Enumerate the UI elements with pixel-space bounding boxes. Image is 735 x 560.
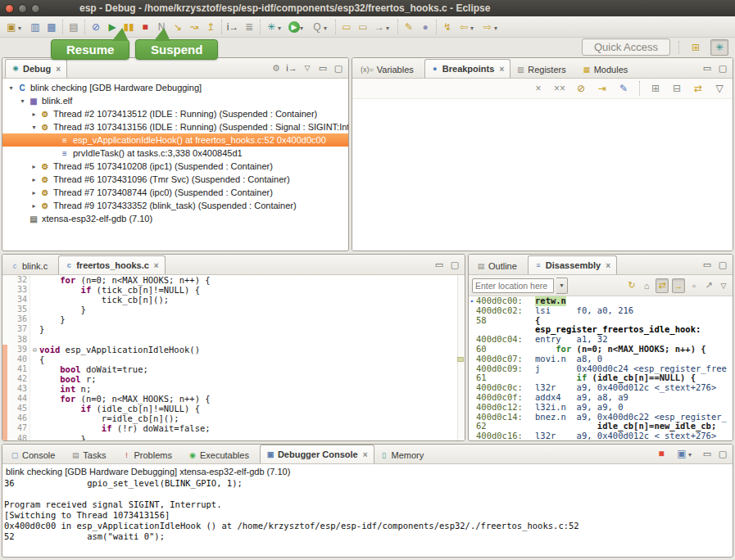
tab-blink-c[interactable]: cblink.c [5,257,58,274]
save-icon[interactable]: ▥ [27,19,43,35]
minimize-view-icon[interactable]: ▭ [701,447,713,460]
editor-code-line[interactable]: 42 bool r; [2,374,465,384]
maximize-button[interactable] [31,4,40,13]
fold-marker-icon[interactable] [30,404,39,413]
maximize-view-icon[interactable]: ▢ [717,258,728,271]
close-tab-icon[interactable]: × [499,65,504,74]
tab-registers[interactable]: ▥Registers [510,61,576,78]
sync-context-icon[interactable]: ⇄ [656,278,669,293]
disassembly-listing[interactable]: ▸ 400d0c00: retw.n 400d0c02: lsi f0, a0,… [469,296,733,441]
minimize-view-icon[interactable]: ▭ [317,61,329,75]
skip-all-breakpoints-icon[interactable]: ✎ [615,81,632,96]
expander-icon[interactable]: ▾ [29,124,39,131]
tab-debugger-console[interactable]: ▣Debugger Console× [260,445,374,463]
dropdown-caret-icon[interactable] [494,22,501,32]
overview-ruler[interactable] [457,275,465,441]
home-icon[interactable]: ⌂ [641,279,652,292]
close-button[interactable] [5,4,14,13]
close-tab-icon[interactable]: × [363,450,368,459]
expander-icon[interactable]: ▾ [6,84,16,92]
editor-code-line[interactable]: 32 for (n=0; n<MAX_HOOKS; n++) { [2,275,465,285]
tab-debug[interactable]: ✳Debug× [5,59,67,78]
editor-code-line[interactable]: 47 if (!r) doWait=false; [2,423,465,433]
editor-code-line[interactable]: 40 { [2,355,465,364]
editor-code-line[interactable]: 34 tick_cb[n](); [2,295,465,305]
editor-code-line[interactable]: 45 if (idle_cb[n]!=NULL) { [2,404,465,413]
dropdown-caret-icon[interactable] [300,22,307,32]
external-tools-icon[interactable]: Q [309,19,333,35]
disassembly-row[interactable]: 400d0c12: l32i.n a9, a9, 0 [469,403,733,413]
fold-marker-icon[interactable] [30,295,39,305]
tab-variables[interactable]: (x)=Variables [355,61,424,78]
debug-perspective-icon[interactable]: ✳ [710,39,728,56]
tab-executables[interactable]: ◉Executables [183,446,260,463]
remove-breakpoint-icon[interactable]: × [530,81,547,96]
debug-tree-row[interactable]: ▸ ⚙ Thread #7 1073408744 (ipc0) (Suspend… [2,186,348,199]
editor-code-line[interactable]: 36 } [2,314,465,324]
tab-console[interactable]: ▢Console [5,446,66,463]
new-view-icon[interactable]: ▫ [688,279,700,292]
open-view-icon[interactable]: ↗ [703,279,715,292]
show-supported-breakpoints-icon[interactable]: ⊘ [573,81,589,96]
mark-occurrences-icon[interactable]: ✎ [401,19,417,35]
fold-marker-icon[interactable] [30,374,39,384]
debug-tree-row[interactable]: ≡ prvIdleTask() at tasks.c:3,338 0x40084… [2,147,348,160]
toolbar-item[interactable] [335,20,336,34]
fold-marker-icon[interactable] [30,324,39,334]
new-c-project-icon[interactable]: ▭ [338,19,355,35]
view-menu-icon[interactable]: ▽ [302,61,313,75]
fold-marker-icon[interactable] [30,384,39,394]
terminate-icon[interactable]: ■ [137,19,153,35]
fold-marker-icon[interactable] [30,355,39,364]
toolbar-item[interactable] [62,20,63,34]
editor-code-line[interactable]: 41 bool doWait=true; [2,364,465,374]
editor-code-line[interactable]: 35 } [2,305,465,314]
maximize-view-icon[interactable]: ▢ [717,447,728,460]
remove-all-terminated-icon[interactable]: ⚙ [270,61,282,75]
location-input[interactable] [472,278,554,293]
expander-icon[interactable]: ▸ [29,163,39,170]
back-icon[interactable]: ⇦ [456,19,479,35]
disassembly-row[interactable]: 60 for (n=0; n<MAX_HOOKS; n++) { [469,345,733,355]
editor-code-line[interactable]: 39 ⊖ void esp_vApplicationIdleHook() [2,345,465,355]
toolbar-item[interactable] [260,20,261,34]
new-wizard-icon[interactable]: ▣ [3,19,27,35]
expander-icon[interactable]: ▸ [29,189,39,196]
tab-outline[interactable]: ▤Outline [471,257,528,274]
refresh-icon[interactable]: ↻ [626,279,637,292]
link-with-debug-icon[interactable]: ⇄ [690,81,706,96]
tab-memory[interactable]: ▯Memory [374,446,435,463]
view-menu-icon[interactable]: ▽ [718,279,729,292]
fold-marker-icon[interactable] [30,423,39,433]
debug-tree-row[interactable]: ▸ ⚙ Thread #9 1073433352 (blink_task) (S… [2,199,348,212]
tab-problems[interactable]: !Problems [116,446,182,463]
editor-code-line[interactable]: 44 for (n=0; n<MAX_HOOKS; n++) { [2,394,465,404]
print-icon[interactable]: ▤ [66,19,82,35]
save-all-icon[interactable]: ▩ [43,19,60,35]
debug-tree-row[interactable]: ▾ C blink checking [GDB Hardware Debuggi… [2,81,348,94]
debug-tree-row[interactable]: ≡ esp_vApplicationIdleHook() at freertos… [2,133,348,147]
expand-all-icon[interactable]: ⊞ [647,81,664,96]
tab-disassembly[interactable]: ≡Disassembly× [528,255,617,274]
debug-tree-row[interactable]: ▤ xtensa-esp32-elf-gdb (7.10) [2,212,348,225]
fold-marker-icon[interactable] [30,434,39,442]
toolbar-item[interactable] [397,20,398,34]
fold-marker-icon[interactable] [30,285,39,295]
fold-marker-icon[interactable] [30,413,39,423]
display-console-icon[interactable]: ▣ [674,445,697,462]
expander-icon[interactable]: ▸ [29,176,39,183]
instruction-stepping-icon[interactable]: i→ [225,19,241,35]
minimize-view-icon[interactable]: ▭ [433,258,445,271]
expander-icon[interactable]: ▸ [29,111,39,118]
close-tab-icon[interactable]: × [606,261,610,270]
close-tab-icon[interactable]: × [154,261,159,270]
tab-modules[interactable]: ▦Modules [577,61,639,78]
debug-tree-row[interactable]: ▸ ⚙ Thread #6 1073431096 (Tmr Svc) (Susp… [2,173,348,186]
open-element-icon[interactable]: ▭ [355,19,371,35]
skip-all-breakpoints-icon[interactable]: ⊘ [88,19,104,35]
last-edit-location-icon[interactable]: ↯ [439,19,456,35]
dropdown-caret-icon[interactable] [688,449,696,458]
debug-tree-row[interactable]: ▸ ⚙ Thread #2 1073413512 (IDLE : Running… [2,107,348,120]
terminate-icon[interactable]: ■ [653,445,669,462]
dropdown-caret-icon[interactable] [278,22,285,32]
